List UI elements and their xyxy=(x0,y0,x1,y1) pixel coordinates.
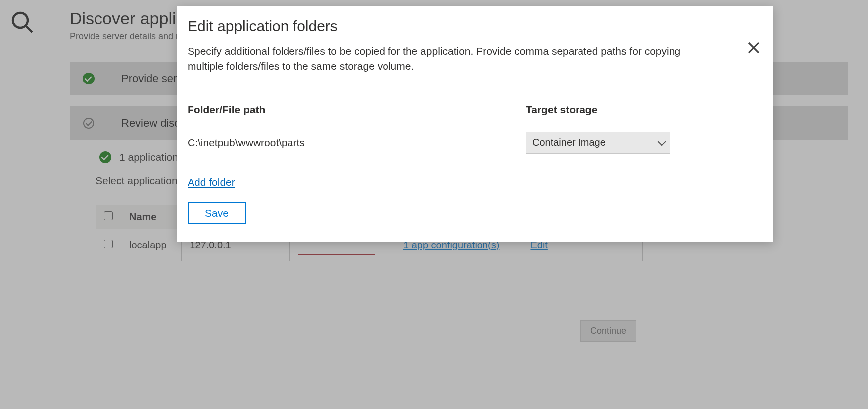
col-target-storage: Target storage xyxy=(526,104,763,116)
col-folder-path: Folder/File path xyxy=(188,104,526,116)
folder-path-value: C:\inetpub\wwwroot\parts xyxy=(188,137,526,149)
add-folder-row: Add folder xyxy=(177,176,773,188)
dialog-column-headers: Folder/File path Target storage xyxy=(177,104,773,116)
storage-selected-value: Container Image xyxy=(532,137,606,148)
dialog-description: Specify additional folders/files to be c… xyxy=(177,44,724,74)
close-icon[interactable] xyxy=(745,39,763,57)
folder-row: C:\inetpub\wwwroot\parts Container Image xyxy=(177,132,773,154)
edit-folders-dialog: Edit application folders Specify additio… xyxy=(177,6,773,242)
save-button[interactable]: Save xyxy=(188,202,246,224)
dialog-title: Edit application folders xyxy=(177,18,773,44)
target-storage-select[interactable]: Container Image xyxy=(526,132,670,154)
add-folder-link[interactable]: Add folder xyxy=(188,176,235,188)
chevron-down-icon xyxy=(658,137,666,146)
